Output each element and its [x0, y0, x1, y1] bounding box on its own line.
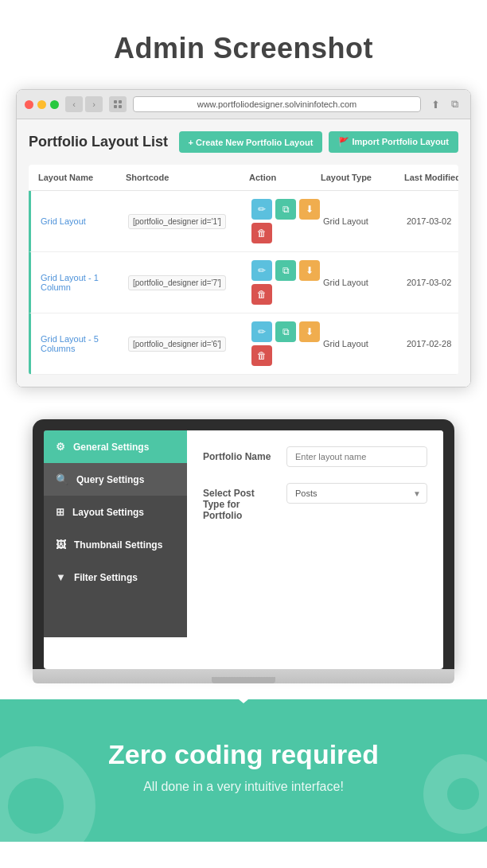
laptop-outer: ⚙ General Settings 🔍 Query Settings ⊞ La…	[33, 419, 454, 669]
table-header: Layout Name Shortcode Action Layout Type…	[29, 165, 458, 191]
svg-rect-0	[114, 100, 117, 103]
sidebar-item-filter[interactable]: ▼ Filter Settings	[44, 561, 187, 594]
admin-table: Layout Name Shortcode Action Layout Type…	[29, 165, 458, 375]
title-section: Admin Screenshot	[0, 0, 487, 89]
svg-rect-3	[119, 105, 122, 108]
sidebar-item-label: Query Settings	[76, 474, 144, 485]
create-layout-button[interactable]: + Create New Portfolio Layout	[179, 131, 323, 153]
bottom-subtitle: All done in a very intuitive interface!	[24, 780, 463, 794]
browser-window: ‹ › www.portfoliodesigner.solvininfotech…	[16, 89, 471, 387]
sidebar-item-query[interactable]: 🔍 Query Settings	[44, 463, 187, 496]
import-layout-button[interactable]: 🚩 Import Portfolio Layout	[329, 131, 458, 153]
row-layout-type: Grid Layout	[323, 278, 407, 287]
laptop-screen: ⚙ General Settings 🔍 Query Settings ⊞ La…	[44, 430, 443, 669]
row-actions: ✏ ⧉ ⬇ 🗑	[251, 260, 323, 305]
browser-dots	[25, 100, 59, 109]
search-icon: 🔍	[56, 473, 68, 485]
row-layout-name: Grid Layout - 1 Column	[41, 273, 128, 292]
back-button[interactable]: ‹	[65, 96, 83, 112]
row-layout-name: Grid Layout	[41, 216, 128, 226]
row-last-modified: 2017-03-02	[407, 216, 458, 226]
row-last-modified: 2017-02-28	[407, 339, 458, 348]
post-type-label: Select Post Type for Portfolio	[203, 483, 275, 521]
filter-icon: ▼	[56, 571, 66, 583]
table-row: Grid Layout - 1 Column [portfolio_design…	[29, 252, 458, 313]
settings-main: Portfolio Name Select Post Type for Port…	[187, 430, 443, 637]
sidebar-item-general[interactable]: ⚙ General Settings	[44, 430, 187, 463]
browser-toolbar: ‹ › www.portfoliodesigner.solvininfotech…	[17, 90, 470, 119]
laptop-wrapper: ⚙ General Settings 🔍 Query Settings ⊞ La…	[33, 419, 454, 683]
sidebar-item-label: Layout Settings	[72, 507, 144, 518]
row-last-modified: 2017-03-02	[407, 278, 458, 287]
layout-icon: ⊞	[56, 506, 64, 518]
copy-button[interactable]: ⧉	[275, 199, 296, 220]
edit-button[interactable]: ✏	[251, 260, 272, 281]
export-button[interactable]: ⬇	[299, 199, 320, 220]
edit-button[interactable]: ✏	[251, 321, 272, 342]
svg-rect-1	[119, 100, 122, 103]
gear-icon: ⚙	[56, 441, 65, 453]
delete-button[interactable]: 🗑	[251, 284, 272, 305]
tabs-icon[interactable]	[109, 96, 127, 112]
dot-red[interactable]	[25, 100, 33, 109]
laptop-section: ⚙ General Settings 🔍 Query Settings ⊞ La…	[0, 403, 487, 699]
copy-button[interactable]: ⧉	[275, 321, 296, 342]
browser-actions: ⬆ ⧉	[427, 96, 462, 112]
row-layout-type: Grid Layout	[323, 216, 407, 226]
admin-title: Portfolio Layout List	[29, 134, 168, 150]
export-button[interactable]: ⬇	[299, 260, 320, 281]
dot-green[interactable]	[50, 100, 59, 109]
col-layout-type: Layout Type	[321, 173, 404, 182]
bottom-title: Zero coding required	[24, 739, 463, 770]
sidebar-item-label: General Settings	[73, 442, 149, 453]
image-icon: 🖼	[56, 539, 66, 551]
edit-button[interactable]: ✏	[251, 199, 272, 220]
portfolio-name-field: Portfolio Name	[203, 446, 427, 467]
row-actions: ✏ ⧉ ⬇ 🗑	[251, 199, 323, 243]
row-shortcode: [portfolio_designer id='7']	[128, 278, 251, 287]
dot-yellow[interactable]	[37, 100, 46, 109]
table-row: Grid Layout [portfolio_designer id='1'] …	[29, 191, 458, 252]
delete-button[interactable]: 🗑	[251, 345, 272, 366]
col-action: Action	[249, 173, 321, 182]
admin-buttons: + Create New Portfolio Layout 🚩 Import P…	[179, 131, 458, 153]
export-button[interactable]: ⬇	[299, 321, 320, 342]
row-shortcode: [portfolio_designer id='6']	[128, 339, 251, 348]
col-layout-name: Layout Name	[38, 173, 126, 182]
page-title: Admin Screenshot	[16, 32, 471, 65]
row-layout-name: Grid Layout - 5 Columns	[41, 334, 128, 353]
new-tab-button[interactable]: ⧉	[446, 96, 462, 112]
post-type-select[interactable]: Posts Pages Custom Post Type	[286, 483, 427, 504]
sidebar-item-layout[interactable]: ⊞ Layout Settings	[44, 496, 187, 528]
browser-section: ‹ › www.portfoliodesigner.solvininfotech…	[0, 89, 487, 403]
settings-ui: ⚙ General Settings 🔍 Query Settings ⊞ La…	[44, 430, 443, 637]
share-button[interactable]: ⬆	[427, 96, 443, 112]
post-type-field: Select Post Type for Portfolio Posts Pag…	[203, 483, 427, 521]
portfolio-name-input[interactable]	[286, 446, 427, 467]
address-bar[interactable]: www.portfoliodesigner.solvininfotech.com	[133, 96, 421, 112]
row-actions: ✏ ⧉ ⬇ 🗑	[251, 321, 323, 366]
col-shortcode: Shortcode	[126, 173, 249, 182]
delete-button[interactable]: 🗑	[251, 223, 272, 243]
laptop-base	[33, 669, 454, 683]
forward-button[interactable]: ›	[85, 96, 103, 112]
post-type-select-wrapper: Posts Pages Custom Post Type ▼	[286, 483, 427, 504]
browser-nav: ‹ ›	[65, 96, 103, 112]
sidebar-item-label: Filter Settings	[74, 572, 138, 583]
row-layout-type: Grid Layout	[323, 339, 407, 348]
table-row: Grid Layout - 5 Columns [portfolio_desig…	[29, 313, 458, 375]
sidebar-item-thumbnail[interactable]: 🖼 Thumbnail Settings	[44, 528, 187, 561]
sidebar-item-label: Thumbnail Settings	[74, 539, 162, 551]
settings-sidebar: ⚙ General Settings 🔍 Query Settings ⊞ La…	[44, 430, 187, 637]
row-shortcode: [portfolio_designer id='1']	[128, 216, 251, 226]
bottom-section: Zero coding required All done in a very …	[0, 699, 487, 842]
admin-content: Portfolio Layout List + Create New Portf…	[17, 119, 470, 387]
portfolio-name-label: Portfolio Name	[203, 446, 275, 462]
copy-button[interactable]: ⧉	[275, 260, 296, 281]
admin-header: Portfolio Layout List + Create New Portf…	[29, 131, 458, 153]
svg-rect-2	[114, 105, 117, 108]
col-last-modified: Last Modified	[404, 173, 458, 182]
